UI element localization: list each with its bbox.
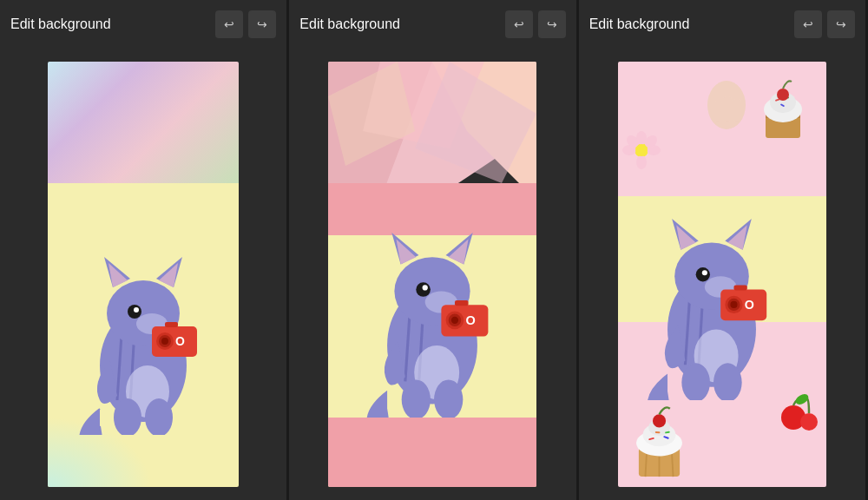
svg-point-40 xyxy=(451,317,458,324)
toolbar-1-title: Edit background xyxy=(10,16,210,32)
svg-point-18 xyxy=(114,398,141,435)
polygon-bg-svg xyxy=(328,62,536,201)
svg-point-44 xyxy=(402,379,431,418)
cat-illustration-3: O xyxy=(640,170,783,400)
panel-1: Edit background ↩ ↪ xyxy=(0,0,289,500)
svg-point-90 xyxy=(702,270,707,275)
undo-button-3[interactable]: ↩ xyxy=(794,10,822,38)
undo-button-1[interactable]: ↩ xyxy=(215,10,243,38)
svg-text:O: O xyxy=(175,334,185,348)
bg2-top xyxy=(328,62,536,201)
svg-point-71 xyxy=(800,413,818,431)
toolbar-2: Edit background ↩ ↪ xyxy=(289,0,575,49)
toolbar-2-title: Edit background xyxy=(299,16,499,32)
svg-text:O: O xyxy=(466,313,476,327)
cat-illustration-1: O xyxy=(74,209,213,435)
canvas-area-3: O xyxy=(579,49,865,500)
flower-icon xyxy=(622,131,661,170)
svg-point-9 xyxy=(134,307,139,312)
svg-point-14 xyxy=(161,338,168,345)
svg-rect-97 xyxy=(733,286,746,291)
undo-button-2[interactable]: ↩ xyxy=(505,10,533,38)
canvas-3: O xyxy=(618,62,826,487)
svg-point-35 xyxy=(423,285,428,290)
redo-button-3[interactable]: ↪ xyxy=(827,10,855,38)
canvas-2: O xyxy=(328,62,536,487)
svg-rect-42 xyxy=(455,300,469,306)
svg-point-80 xyxy=(635,144,648,156)
toolbar-3: Edit background ↩ ↪ xyxy=(579,0,865,49)
svg-point-45 xyxy=(435,379,464,418)
hand-icon xyxy=(700,66,753,135)
svg-rect-57 xyxy=(733,99,741,122)
redo-button-2[interactable]: ↪ xyxy=(538,10,566,38)
panel-3: Edit background ↩ ↪ xyxy=(579,0,868,500)
svg-text:O: O xyxy=(745,298,754,312)
toolbar-1: Edit background ↩ ↪ xyxy=(0,0,286,49)
svg-point-69 xyxy=(653,414,666,427)
cupcake-tr-icon xyxy=(744,66,822,144)
svg-rect-55 xyxy=(713,101,722,122)
svg-point-53 xyxy=(777,89,789,101)
svg-point-19 xyxy=(145,398,173,435)
canvas-1: O xyxy=(48,62,239,487)
cat-illustration-2: O xyxy=(358,183,506,418)
bg2-pink-bottom xyxy=(328,418,536,487)
svg-point-99 xyxy=(681,363,710,400)
panel-2: Edit background ↩ ↪ xyxy=(289,0,578,500)
canvas-area-1: O xyxy=(0,49,286,500)
svg-rect-16 xyxy=(165,322,178,327)
cupcake-bl-icon xyxy=(622,400,696,483)
canvas-area-2: O xyxy=(289,49,575,500)
svg-point-75 xyxy=(636,155,647,169)
toolbar-3-title: Edit background xyxy=(589,16,789,32)
svg-point-100 xyxy=(713,363,742,400)
svg-rect-56 xyxy=(723,96,732,122)
redo-button-1[interactable]: ↪ xyxy=(248,10,276,38)
svg-point-95 xyxy=(730,301,737,308)
bg-watercolor xyxy=(48,62,239,183)
